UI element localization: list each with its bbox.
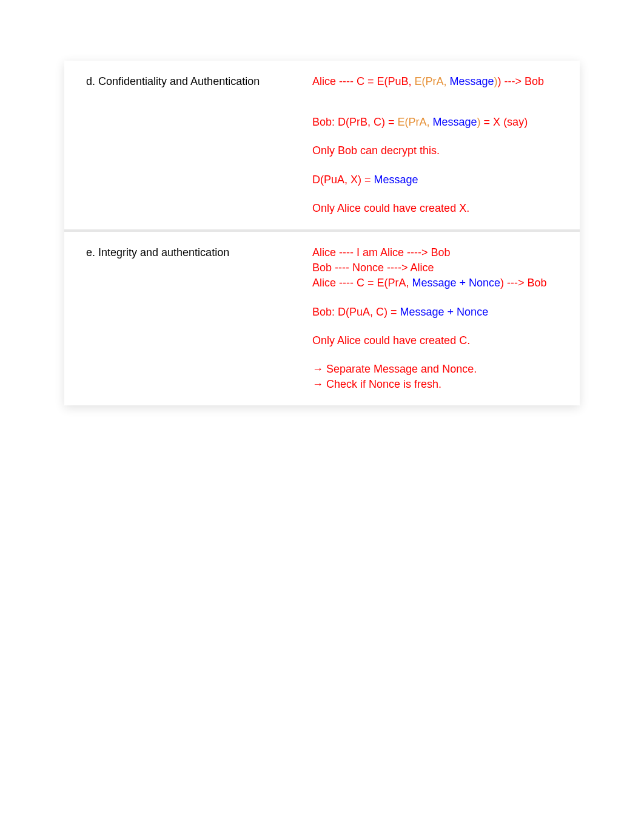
d-line-5: Only Alice could have created X. — [312, 201, 569, 216]
d-line-3: Only Bob can decrypt this. — [312, 143, 569, 158]
table-row: d. Confidentiality and Authentication Al… — [64, 61, 580, 231]
row-e-content-cell: Alice ---- I am Alice ----> Bob Bob ----… — [301, 231, 580, 405]
d-line-4: D(PuA, X) = Message — [312, 172, 569, 188]
row-d-label-cell: d. Confidentiality and Authentication — [64, 61, 301, 231]
row-label: Integrity and authentication — [98, 245, 290, 260]
row-marker: e. — [75, 245, 90, 260]
e-line-4: Bob: D(PuA, C) = Message + Nonce — [312, 305, 569, 320]
table-row: e. Integrity and authentication Alice --… — [64, 231, 580, 405]
e-line-3: Alice ---- C = E(PrA, Message + Nonce) -… — [312, 276, 569, 291]
crypto-table: d. Confidentiality and Authentication Al… — [64, 61, 580, 405]
row-label: Confidentiality and Authentication — [98, 74, 290, 89]
row-d-content-cell: Alice ---- C = E(PuB, E(PrA, Message)) -… — [301, 61, 580, 231]
row-e-label-cell: e. Integrity and authentication — [64, 231, 301, 405]
e-line-5: Only Alice could have created C. — [312, 333, 569, 348]
e-line-1: Alice ---- I am Alice ----> Bob — [312, 245, 569, 260]
e-line-7: → Check if Nonce is fresh. — [312, 377, 569, 392]
e-line-2: Bob ---- Nonce ----> Alice — [312, 260, 569, 276]
e-line-6: → Separate Message and Nonce. — [312, 362, 569, 377]
row-marker: d. — [75, 74, 90, 89]
d-line-1: Alice ---- C = E(PuB, E(PrA, Message)) -… — [312, 74, 569, 89]
d-line-2: Bob: D(PrB, C) = E(PrA, Message) = X (sa… — [312, 115, 569, 130]
